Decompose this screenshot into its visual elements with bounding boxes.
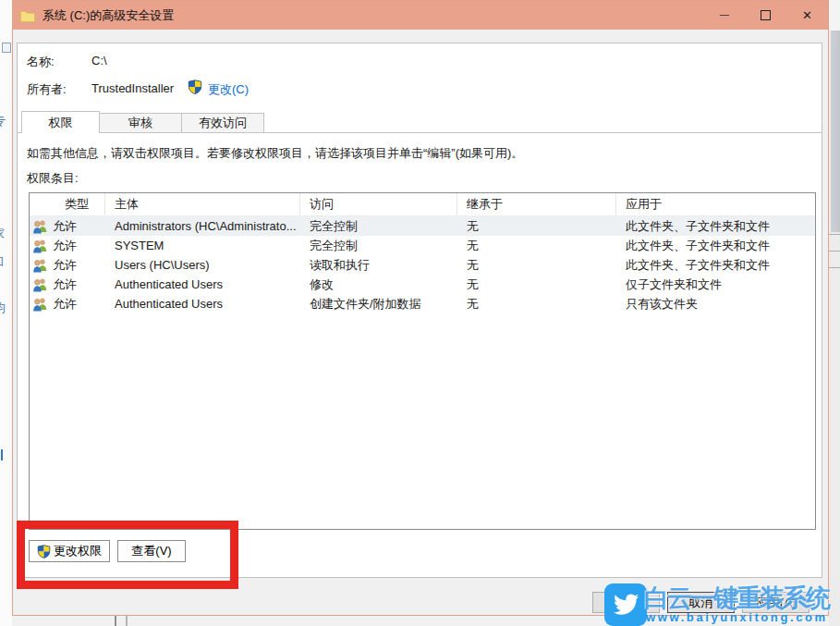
title-bar[interactable]: 系统 (C:)的高级安全设置 ✕ xyxy=(13,1,828,30)
background-window-left-sliver: 专 家 口 均 xyxy=(0,0,12,626)
cell-type-label: 允许 xyxy=(53,257,77,274)
background-fragment: 家 xyxy=(0,226,5,242)
window-controls: ✕ xyxy=(703,1,828,30)
background-fragment xyxy=(2,43,11,53)
column-header-principal[interactable]: 主体 xyxy=(105,193,300,215)
table-row[interactable]: 允许 Administrators (HC\Administrato... 完全… xyxy=(30,216,815,236)
cell-applies-to: 只有该文件夹 xyxy=(616,296,815,313)
tab-auditing[interactable]: 审核 xyxy=(99,113,182,132)
background-window-right-sliver xyxy=(829,0,840,626)
cell-inherited-from: 无 xyxy=(457,238,616,254)
close-button[interactable]: ✕ xyxy=(786,1,828,30)
cell-type-label: 允许 xyxy=(53,218,77,235)
annotation-rectangle xyxy=(17,521,238,589)
cell-type: 允许 xyxy=(30,276,105,293)
change-owner-link[interactable]: 更改(C) xyxy=(208,81,249,98)
name-label: 名称: xyxy=(27,54,55,70)
table-row[interactable]: 允许 SYSTEM 完全控制 无 此文件夹、子文件夹和文件 xyxy=(30,236,815,255)
maximize-button[interactable] xyxy=(745,1,786,30)
cell-access: 完全控制 xyxy=(300,238,457,254)
owner-label: 所有者: xyxy=(27,81,67,98)
users-icon xyxy=(32,219,48,234)
cell-type: 允许 xyxy=(30,238,105,254)
cell-access: 创建文件夹/附加数据 xyxy=(300,296,457,313)
table-header: 类型 主体 访问 继承于 应用于 xyxy=(30,193,815,216)
tab-effective-access[interactable]: 有效访问 xyxy=(181,113,264,132)
owner-value: TrustedInstaller xyxy=(91,81,174,95)
table-row[interactable]: 允许 Authenticated Users 创建文件夹/附加数据 无 只有该文… xyxy=(30,294,815,313)
cell-principal: Administrators (HC\Administrato... xyxy=(105,219,300,233)
cell-inherited-from: 无 xyxy=(457,276,616,293)
cell-type-label: 允许 xyxy=(53,238,77,254)
cell-inherited-from: 无 xyxy=(457,218,616,235)
permission-entries-label: 权限条目: xyxy=(27,170,79,187)
maximize-icon xyxy=(761,10,771,20)
column-header-applies-to[interactable]: 应用于 xyxy=(616,193,815,215)
divider xyxy=(829,251,840,252)
cell-inherited-from: 无 xyxy=(457,296,616,313)
folder-icon xyxy=(20,9,35,21)
twitter-icon xyxy=(604,583,647,626)
table-row[interactable]: 允许 Users (HC\Users) 读取和执行 无 此文件夹、子文件夹和文件 xyxy=(30,255,815,275)
cell-applies-to: 此文件夹、子文件夹和文件 xyxy=(616,218,815,235)
background-scrollbar xyxy=(831,31,840,232)
cell-access: 修改 xyxy=(300,276,457,293)
background-fragment xyxy=(829,0,840,31)
uac-shield-icon xyxy=(188,80,202,94)
users-icon xyxy=(32,297,48,312)
screenshot-root: 专 家 口 均 系统 (C:)的高级安全设置 ✕ xyxy=(0,0,840,626)
content-panel: 名称: C:\ 所有者: TrustedInstaller 更改(C) 权限 审… xyxy=(17,43,822,578)
background-fragment: 均 xyxy=(0,300,6,316)
cell-type-label: 允许 xyxy=(53,276,77,293)
cell-applies-to: 此文件夹、子文件夹和文件 xyxy=(616,257,815,274)
divider xyxy=(829,267,840,268)
cell-principal: Authenticated Users xyxy=(105,277,300,291)
watermark-url: www.baiyunxitong.com xyxy=(646,610,828,624)
cell-type: 允许 xyxy=(30,296,105,313)
background-fragment: 口 xyxy=(0,253,5,270)
minimize-button[interactable] xyxy=(703,1,745,30)
table-row[interactable]: 允许 Authenticated Users 修改 无 仅子文件夹和文件 xyxy=(30,275,815,294)
permission-entries-table: 类型 主体 访问 继承于 应用于 允许 Ad xyxy=(29,192,816,530)
cell-applies-to: 仅子文件夹和文件 xyxy=(616,276,815,293)
permissions-info-text: 如需其他信息，请双击权限项目。若要修改权限项目，请选择该项目并单击“编辑”(如果… xyxy=(27,145,523,162)
tab-permissions[interactable]: 权限 xyxy=(21,111,100,133)
cell-access: 完全控制 xyxy=(300,218,457,235)
cell-type: 允许 xyxy=(30,257,105,274)
background-fragment: 专 xyxy=(0,113,6,129)
window-title: 系统 (C:)的高级安全设置 xyxy=(43,7,174,24)
cell-type-label: 允许 xyxy=(53,296,77,313)
users-icon xyxy=(32,258,48,273)
table-body: 允许 Administrators (HC\Administrato... 完全… xyxy=(30,216,815,313)
name-value: C:\ xyxy=(91,54,107,68)
cell-inherited-from: 无 xyxy=(457,257,616,274)
cell-principal: Authenticated Users xyxy=(105,297,300,311)
divider xyxy=(115,616,116,626)
cell-principal: Users (HC\Users) xyxy=(105,258,300,272)
divider xyxy=(126,616,128,626)
column-header-type[interactable]: 类型 xyxy=(30,193,105,215)
column-header-access[interactable]: 访问 xyxy=(300,193,457,215)
cell-principal: SYSTEM xyxy=(105,239,300,252)
cell-type: 允许 xyxy=(30,218,105,235)
divider xyxy=(829,234,840,235)
users-icon xyxy=(32,239,48,253)
cell-applies-to: 此文件夹、子文件夹和文件 xyxy=(616,238,815,254)
column-header-inherited-from[interactable]: 继承于 xyxy=(457,193,616,215)
cell-access: 读取和执行 xyxy=(300,257,457,274)
users-icon xyxy=(32,277,48,292)
tab-strip: 权限 审核 有效访问 xyxy=(18,111,822,133)
background-fragment xyxy=(1,449,3,460)
minimize-icon xyxy=(720,15,729,16)
